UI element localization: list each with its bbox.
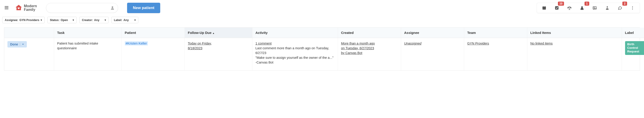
- activity-last-comment-preview: "Make sure to assign yourself as the own…: [256, 55, 334, 65]
- doctor-icon: [605, 6, 610, 10]
- done-button[interactable]: Done: [8, 41, 27, 47]
- image-icon: [592, 6, 597, 10]
- images-button[interactable]: [588, 6, 601, 10]
- svg-point-11: [606, 6, 608, 8]
- svg-point-15: [632, 8, 633, 8]
- filter-label[interactable]: Label: Any ▾: [111, 17, 138, 23]
- person-icon: [110, 6, 115, 10]
- hamburger-menu-button[interactable]: [3, 4, 10, 12]
- label-text: Birth Control Request: [627, 42, 643, 53]
- messages-button[interactable]: 2: [614, 6, 626, 10]
- filter-assignee[interactable]: Assignee: GYN Providers ▾: [2, 17, 44, 23]
- house-heart-icon: [15, 4, 22, 12]
- task-title: Patient has submitted intake questionnai…: [57, 42, 98, 50]
- labs-badge: 1: [584, 2, 589, 6]
- svg-point-3: [112, 6, 113, 8]
- linked-items-link[interactable]: No linked items: [530, 42, 553, 45]
- scales-icon: [567, 6, 572, 10]
- follow-up-date[interactable]: Today on Friday, 8/18/2023: [188, 41, 249, 51]
- column-header-team[interactable]: Team: [464, 28, 527, 38]
- column-header-follow[interactable]: Follow-Up Due▲: [184, 28, 252, 38]
- column-header-assignee[interactable]: Assignee: [401, 28, 464, 38]
- activity-comments-link[interactable]: 1 comment: [256, 41, 334, 46]
- tasks-button[interactable]: 10: [550, 6, 563, 10]
- column-header-activity[interactable]: Activity: [252, 28, 338, 38]
- svg-point-10: [594, 7, 594, 8]
- assignee-link[interactable]: Unassigned: [404, 42, 422, 45]
- created-info[interactable]: More than a month ago on Tuesday, 6/27/2…: [341, 41, 398, 55]
- flask-icon: [580, 6, 584, 10]
- patient-link[interactable]: #Kristen Keller: [125, 41, 148, 45]
- check-square-icon: [554, 6, 559, 10]
- activity-last-comment-time: Last comment more than a month ago on Tu…: [256, 46, 334, 55]
- chevron-down-icon: ▾: [134, 18, 136, 22]
- chat-icon: [618, 6, 622, 10]
- chevron-down-icon: ▾: [72, 18, 74, 22]
- chevron-down-icon: [22, 43, 24, 45]
- svg-point-16: [632, 9, 633, 10]
- balance-button[interactable]: [563, 6, 576, 10]
- table-row: Done Patient has submitted intake questi…: [4, 38, 644, 71]
- chevron-down-icon: ▾: [40, 18, 42, 22]
- sort-asc-icon: ▲: [212, 32, 215, 34]
- svg-rect-13: [607, 9, 608, 9]
- new-patient-button[interactable]: New patient: [127, 3, 160, 13]
- team-link[interactable]: GYN Providers: [467, 42, 489, 45]
- svg-point-14: [632, 6, 633, 7]
- column-header-actions: [4, 28, 54, 38]
- column-header-linked[interactable]: Linked Items: [527, 28, 622, 38]
- staff-button[interactable]: [601, 6, 614, 10]
- topbar-icon-tray: 10 1 2: [537, 3, 640, 13]
- patient-search-input[interactable]: [46, 3, 118, 13]
- tasks-table: Task Patient Follow-Up Due▲ Activity Cre…: [4, 28, 644, 70]
- column-header-label[interactable]: Label: [622, 28, 644, 38]
- more-button[interactable]: [626, 6, 639, 10]
- kebab-icon: [630, 6, 635, 10]
- messages-badge: 2: [622, 2, 627, 6]
- filter-bar: Assignee: GYN Providers ▾ Status: Open ▾…: [0, 16, 644, 27]
- calendar-icon: [542, 6, 546, 10]
- brand-text: Modern Family: [24, 4, 37, 12]
- calendar-button[interactable]: [538, 6, 550, 10]
- column-header-task[interactable]: Task: [54, 28, 122, 38]
- filter-status[interactable]: Status: Open ▾: [47, 17, 76, 23]
- svg-rect-5: [542, 7, 546, 8]
- brand-logo[interactable]: Modern Family: [15, 4, 37, 12]
- label-pill: Birth Control Request ✕: [625, 41, 644, 55]
- hamburger-icon: [4, 5, 9, 10]
- filter-creator[interactable]: Creator: Any ▾: [79, 17, 108, 23]
- column-header-created[interactable]: Created: [338, 28, 401, 38]
- labs-button[interactable]: 1: [576, 6, 588, 10]
- chevron-down-icon: ▾: [104, 18, 106, 22]
- tasks-badge: 10: [558, 2, 564, 6]
- column-header-patient[interactable]: Patient: [122, 28, 184, 38]
